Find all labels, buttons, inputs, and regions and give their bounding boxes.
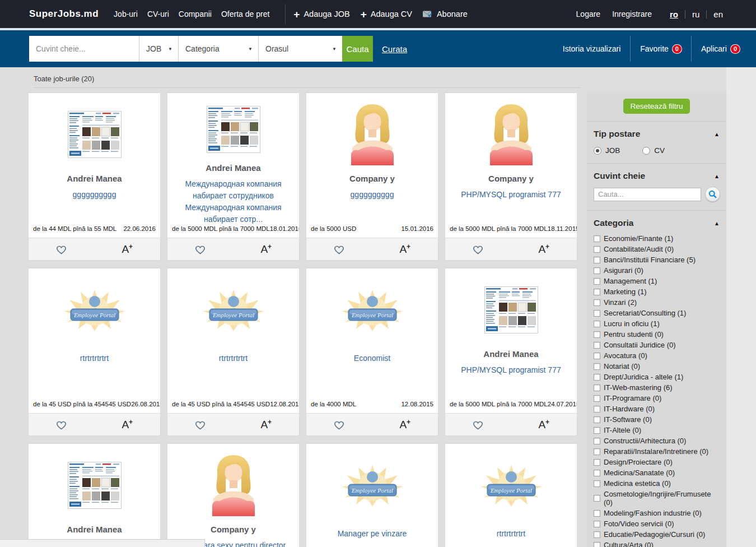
favorite-button[interactable] (167, 414, 234, 435)
radio-cv[interactable]: CV (642, 146, 665, 155)
category-filter-item[interactable]: Pentru studenti (0) (594, 330, 720, 339)
applications-link[interactable]: Aplicari 0 (692, 44, 749, 53)
category-filter-item[interactable]: Economie/Finante (1) (594, 234, 720, 243)
checkbox-icon[interactable] (594, 384, 600, 391)
category-filter-item[interactable]: Drept/Juridica - altele (1) (594, 373, 720, 381)
category-filter-item[interactable]: IT-Altele (0) (594, 426, 720, 434)
card-thumbnail[interactable]: Employee Portal (306, 448, 438, 522)
category-filter-item[interactable]: IT-Programare (0) (594, 394, 720, 402)
nav-item-oferta[interactable]: Oferta de pret (221, 7, 269, 21)
category-filter-item[interactable]: Design/Proiectare (0) (594, 458, 720, 466)
favorite-button[interactable] (445, 238, 511, 260)
checkbox-icon[interactable] (594, 427, 600, 434)
apply-button[interactable]: A+ (511, 238, 577, 260)
sidebar-search-button[interactable] (705, 187, 720, 202)
card-title-link[interactable]: gggggggggg (306, 189, 438, 201)
checkbox-icon[interactable] (594, 470, 600, 476)
card-thumbnail[interactable]: Employee Portal (167, 273, 299, 347)
card-thumbnail[interactable] (29, 448, 160, 522)
checkbox-icon[interactable] (594, 406, 600, 412)
checkbox-icon[interactable] (594, 395, 600, 402)
category-filter-item[interactable]: Cultura/Arta (0) (594, 541, 720, 547)
category-filter-item[interactable]: Educatie/Pedagogie/Cursuri (0) (594, 530, 720, 539)
favorite-button[interactable] (167, 238, 234, 260)
card-thumbnail[interactable] (306, 98, 438, 171)
checkbox-icon[interactable] (594, 246, 600, 253)
card-title-link[interactable]: PHP/MYSQL programist 777 (445, 364, 577, 376)
card-thumbnail[interactable] (445, 98, 577, 171)
radio-job[interactable]: JOB (594, 146, 620, 155)
category-filter-item[interactable]: Banci/Institutii Financiare (5) (594, 256, 720, 264)
checkbox-icon[interactable] (594, 289, 600, 295)
nav-item-cvuri[interactable]: CV-uri (147, 7, 169, 21)
checkbox-icon[interactable] (594, 310, 600, 317)
lang-en[interactable]: en (713, 8, 724, 20)
search-button[interactable]: Cauta (342, 36, 373, 62)
category-filter-item[interactable]: Medicina/Sanatate (0) (594, 469, 720, 477)
card-title-link[interactable]: rtrtrtrtrtrt (445, 528, 577, 540)
checkbox-icon[interactable] (594, 416, 600, 423)
keyword-input[interactable] (29, 36, 139, 62)
card-thumbnail[interactable] (167, 98, 299, 161)
lang-ru[interactable]: ru (692, 8, 700, 20)
card-thumbnail[interactable]: Employee Portal (306, 273, 438, 347)
category-header[interactable]: Categoria ▲ (594, 218, 720, 228)
checkbox-icon[interactable] (594, 510, 600, 517)
checkbox-icon[interactable] (594, 521, 600, 527)
card-thumbnail[interactable]: Employee Portal (445, 448, 577, 522)
checkbox-icon[interactable] (594, 278, 600, 285)
subscribe-button[interactable]: Abonare (423, 10, 468, 18)
checkbox-icon[interactable] (594, 438, 600, 444)
site-logo[interactable]: SuperJobs.md (29, 8, 99, 20)
checkbox-icon[interactable] (594, 363, 600, 370)
category-filter-item[interactable]: IT-Web-mastering (6) (594, 383, 720, 392)
checkbox-icon[interactable] (594, 321, 600, 327)
register-link[interactable]: Inregistrare (612, 10, 652, 18)
apply-button[interactable]: A+ (95, 238, 161, 260)
card-title-link[interactable]: Международная компания набирает сотрудни… (167, 178, 299, 225)
category-filter-item[interactable]: Marketing (1) (594, 288, 720, 296)
checkbox-icon[interactable] (594, 374, 600, 381)
category-filter-item[interactable]: Asigurari (0) (594, 266, 720, 275)
lang-ro[interactable]: ro (669, 8, 679, 20)
category-filter-item[interactable]: Cosmetologie/Ingrijire/Frumusete (0) (594, 490, 720, 507)
category-filter-item[interactable]: Notariat (0) (594, 362, 720, 370)
card-title-link[interactable]: rtrtrtrtrtrt (167, 353, 299, 364)
card-thumbnail[interactable] (445, 273, 577, 347)
category-filter-item[interactable]: IT-Software (0) (594, 415, 720, 424)
clear-search-link[interactable]: Curata (382, 44, 407, 54)
apply-button[interactable]: A+ (234, 414, 300, 435)
category-filter-item[interactable]: Reparatii/Instalare/Intretinere (0) (594, 447, 720, 456)
checkbox-icon[interactable] (594, 495, 600, 502)
checkbox-icon[interactable] (594, 331, 600, 338)
checkbox-icon[interactable] (594, 235, 600, 242)
checkbox-icon[interactable] (594, 448, 600, 455)
category-select[interactable]: Categoria ▼ (178, 36, 258, 62)
favorite-button[interactable] (445, 414, 511, 435)
apply-button[interactable]: A+ (511, 414, 577, 435)
add-cv-button[interactable]: + Adauga CV (361, 9, 412, 20)
category-filter-item[interactable]: Management (1) (594, 277, 720, 285)
nav-item-joburi[interactable]: Job-uri (114, 7, 138, 21)
favorite-button[interactable] (306, 238, 372, 260)
card-title-link[interactable]: rtrtrtrtrtrt (29, 353, 160, 364)
checkbox-icon[interactable] (594, 299, 600, 306)
type-select[interactable]: JOB ▼ (139, 36, 178, 62)
category-filter-item[interactable]: Contabilitate/Audit (0) (594, 245, 720, 253)
sidebar-search-input[interactable] (594, 188, 701, 201)
card-title-link[interactable]: PHP/MYSQL programist 777 (445, 189, 577, 201)
category-filter-item[interactable]: IT-Hardware (0) (594, 405, 720, 413)
login-link[interactable]: Logare (576, 10, 601, 18)
card-thumbnail[interactable] (29, 98, 160, 171)
card-thumbnail[interactable]: Employee Portal (29, 273, 160, 347)
checkbox-icon[interactable] (594, 353, 600, 359)
city-select[interactable]: Orasul ▼ (258, 36, 342, 62)
category-filter-item[interactable]: Foto/Video servicii (0) (594, 520, 720, 528)
card-title-link[interactable]: Economist (306, 353, 438, 364)
card-title-link[interactable]: gggggggggg (29, 189, 160, 201)
checkbox-icon[interactable] (594, 257, 600, 263)
checkbox-icon[interactable] (594, 480, 600, 487)
checkbox-icon[interactable] (594, 531, 600, 538)
nav-item-companii[interactable]: Companii (179, 7, 212, 21)
category-filter-item[interactable]: Consultatii Juridice (0) (594, 341, 720, 349)
